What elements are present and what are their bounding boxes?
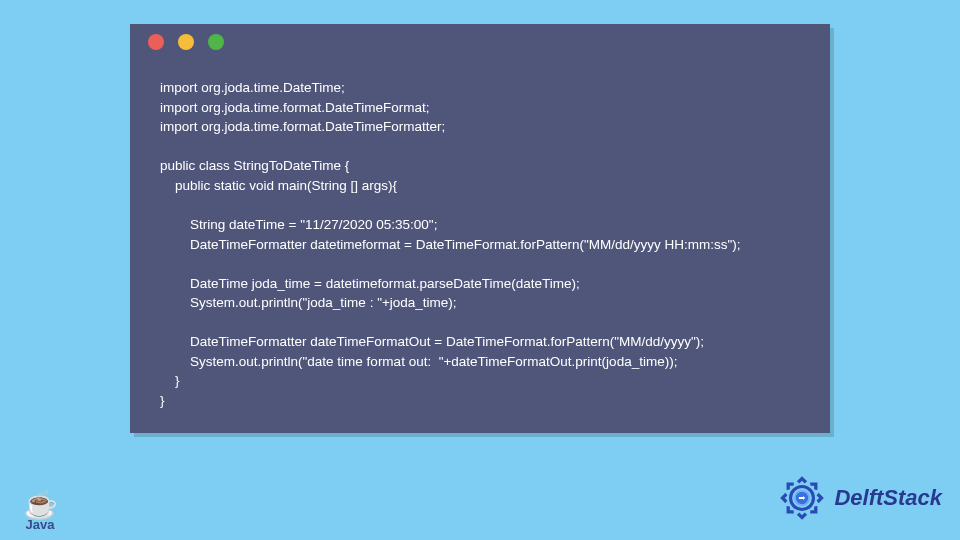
close-icon[interactable]	[148, 34, 164, 50]
delftstack-text: DelftStack	[834, 485, 942, 511]
window-titlebar	[130, 24, 830, 60]
maximize-icon[interactable]	[208, 34, 224, 50]
java-logo: ☕ Java	[16, 491, 64, 532]
code-window: import org.joda.time.DateTime; import or…	[130, 24, 830, 433]
delftstack-logo: DelftStack	[776, 472, 942, 524]
code-content: import org.joda.time.DateTime; import or…	[130, 60, 830, 433]
minimize-icon[interactable]	[178, 34, 194, 50]
delftstack-icon	[776, 472, 828, 524]
java-cup-icon: ☕	[16, 491, 64, 519]
